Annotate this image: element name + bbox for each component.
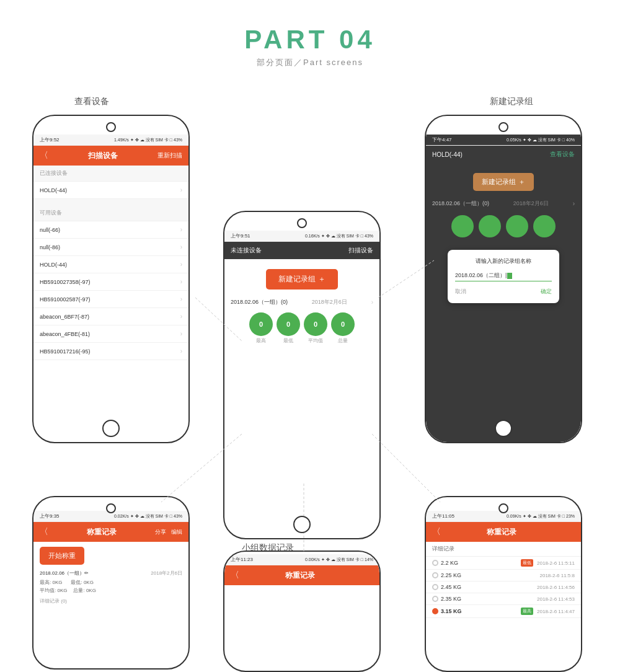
phone2-nav-title: 未连接设备 [231, 246, 262, 255]
phone4-max: 最高: 0KG [40, 579, 62, 586]
phone2-stats: 0 最高 0 最低 0 平均值 0 总量 [231, 312, 373, 344]
phone2-home [293, 516, 311, 533]
phone1-hb17216[interactable]: HB5910017216(-95) › [33, 343, 188, 360]
phone3-nav-action[interactable]: 查看设备 [550, 150, 575, 159]
phone2-btn-new[interactable]: 新建记录组 ＋ [266, 269, 337, 290]
phone3-dialog-actions: 取消 确定 [455, 288, 552, 296]
phone2-status-right: 0.16K/s ✦ ✤ ☁ 没有 SIM 卡 □ 43% [305, 233, 373, 239]
phone2-time: 上午9:51 [231, 232, 250, 239]
phone1-null86[interactable]: null(-86) › [33, 239, 188, 256]
phone3-confirm-btn[interactable]: 确定 [541, 288, 552, 296]
phone-main: 上午9:51 0.16K/s ✦ ✤ ☁ 没有 SIM 卡 □ 43% 未连接设… [223, 211, 381, 539]
phone2-date: 2018年2月6日 [312, 298, 347, 306]
section-label-devices: 查看设备 [74, 96, 109, 107]
phone6-record-3: 2.45 KG 2018-2-6 11:4:56 [426, 581, 581, 593]
phone2-stat-min: 0 最低 [277, 312, 300, 344]
phone4-content: 开始称重 2018.02.06（一组）✏ 2018年2月6日 最高: 0KG 最… [33, 542, 188, 609]
phone6-radio5[interactable] [432, 608, 438, 614]
phone6-time4: 2018-2-6 11:4:53 [537, 596, 575, 602]
phone6-val2: 2.25 KG [441, 572, 540, 578]
phone1-hb27358[interactable]: HB5910027358(-97) › [33, 273, 188, 291]
phone1-status-time: 上午9:52 [40, 136, 60, 143]
svg-line-4 [372, 434, 440, 502]
phone1-null66[interactable]: null(-66) › [33, 221, 188, 239]
phone1-spacer [33, 199, 188, 205]
phone3-status-bar: 下午4:47 0.05K/s ✦ ✤ ☁ 没有 SIM 卡 □ 40% [426, 135, 581, 146]
phone6-notch [498, 503, 508, 513]
phone2-group-row: 2018.02.06（一组）(0) 2018年2月6日› [231, 298, 373, 306]
phone3-circle2 [479, 215, 501, 237]
header: PART 04 部分页面／Part screens [0, 0, 620, 68]
phone3-btn-right [581, 190, 582, 215]
phone4-detail[interactable]: 详细记录 (0) [40, 598, 182, 604]
phone-new-group: 下午4:47 0.05K/s ✦ ✤ ☁ 没有 SIM 卡 □ 40% HOLD… [425, 115, 582, 443]
phone4-share[interactable]: 分享 [155, 529, 166, 535]
phone3-group-row: 2018.02.06（一组）(0) 2018年2月6日 › [432, 200, 575, 208]
phone4-btn-start-container: 开始称重 [40, 547, 182, 565]
phone6-btn-right [581, 572, 582, 596]
phone3-circle3 [506, 215, 528, 237]
phone4-stats-row2: 平均值: 0KG 总量: 0KG [40, 587, 182, 594]
phone6-radio4[interactable] [432, 596, 438, 602]
phone6-badge5: 最高 [521, 608, 533, 615]
main-subtitle: 部分页面／Part screens [0, 57, 620, 68]
phone6-val4: 2.35 KG [441, 596, 537, 602]
phone6-radio1[interactable] [432, 560, 438, 566]
phone2-btn-new-container: 新建记录组 ＋ [231, 269, 373, 290]
phone4-total: 总量: 0KG [73, 587, 95, 594]
phone4-time: 上午9:35 [40, 513, 60, 519]
phone1-status-right: 1.49K/s ✦ ✤ ☁ 没有 SIM 卡 □ 43% [114, 137, 182, 143]
phone3-dialog-title: 请输入新的记录组名称 [455, 257, 552, 265]
phone6-back[interactable]: 〈 [432, 526, 441, 537]
phone2-stat-avg: 0 平均值 [304, 312, 327, 344]
phone1-status-bar: 上午9:52 1.49K/s ✦ ✤ ☁ 没有 SIM 卡 □ 43% [33, 135, 188, 146]
phone-scan-devices: 上午9:52 1.49K/s ✦ ✤ ☁ 没有 SIM 卡 □ 43% 〈 扫描… [32, 115, 190, 443]
phone6-radio3[interactable] [432, 584, 438, 590]
phone6-time2: 2018-2-6 11:5:8 [540, 573, 575, 578]
phone6-nav: 〈 称重记录 [426, 522, 581, 542]
phone3-notch [498, 122, 508, 132]
phone3-dialog-input-row: 2018.02.06（二组）| [455, 270, 552, 281]
phone1-nav-action[interactable]: 重新扫描 [157, 151, 182, 160]
phone6-time5: 2018-2-6 11:4:47 [537, 609, 575, 614]
phone2-stat-max: 0 最高 [249, 312, 273, 344]
phone5-time: 上午11:23 [231, 556, 253, 563]
phone1-btn-right [188, 190, 190, 215]
phone6-badge1: 最低 [521, 559, 533, 567]
phone4-group-date-row: 2018.02.06（一组）✏ 2018年2月6日 [40, 570, 182, 577]
phone2-btn-right [379, 286, 381, 311]
phone3-dialog: 请输入新的记录组名称 2018.02.06（二组）| 取消 确定 [448, 250, 559, 303]
phone3-content: 新建记录组 ＋ 2018.02.06（一组）(0) 2018年2月6日 › 请输… [426, 163, 581, 442]
phone5-back[interactable]: 〈 [231, 570, 239, 581]
phone6-time1: 2018-2-6 11:5:11 [537, 560, 575, 566]
phone2-nav-action[interactable]: 扫描设备 [348, 246, 373, 255]
phone5-status-bar: 上午11:23 0.00K/s ✦ ✤ ☁ 没有 SIM 卡 □ 14% [224, 554, 379, 565]
phone4-date: 2018年2月6日 [151, 570, 182, 577]
phone3-cancel-btn[interactable]: 取消 [455, 288, 466, 296]
phone1-notch [106, 122, 116, 132]
phone3-btn-new[interactable]: 新建记录组 ＋ [473, 173, 533, 191]
phone2-content: 新建记录组 ＋ 2018.02.06（一组）(0) 2018年2月6日› 0 最… [224, 259, 379, 349]
phone1-abeacon4fbe[interactable]: abeacon_4FBE(-81) › [33, 325, 188, 343]
phone2-nav: 未连接设备 扫描设备 [224, 242, 379, 259]
phone4-back[interactable]: 〈 [40, 526, 48, 537]
phone3-circle1 [451, 215, 474, 237]
phone3-nav-title: HOLD(-44) [432, 151, 463, 158]
phone1-item-hold44[interactable]: HOLD(-44) › [33, 182, 188, 199]
phone1-abeacon6bf7[interactable]: abeacon_6BF7(-87) › [33, 308, 188, 325]
phone4-btn-start[interactable]: 开始称重 [40, 547, 84, 565]
phone1-hold44-2[interactable]: HOLD(-44) › [33, 256, 188, 273]
phone1-back[interactable]: 〈 [40, 150, 48, 161]
phone6-radio2[interactable] [432, 572, 438, 578]
phone4-stats-row: 最高: 0KG 最低: 0KG [40, 579, 182, 586]
phone1-section1: 已连接设备 [33, 166, 188, 182]
phone3-circle4 [533, 215, 556, 237]
phone4-nav-title: 称重记录 [87, 527, 117, 537]
phone4-nav: 〈 称重记录 分享 编辑 [33, 522, 188, 542]
phone6-nav-title: 称重记录 [487, 527, 516, 537]
phone1-hb02587[interactable]: HB5910002587(-97) › [33, 291, 188, 308]
phone4-edit[interactable]: 编辑 [171, 529, 182, 535]
phone5-nav: 〈 称重记录 [224, 565, 379, 585]
phone1-home [102, 420, 120, 437]
phone-weigh-center: 上午11:23 0.00K/s ✦ ✤ ☁ 没有 SIM 卡 □ 14% 〈 称… [223, 550, 381, 672]
